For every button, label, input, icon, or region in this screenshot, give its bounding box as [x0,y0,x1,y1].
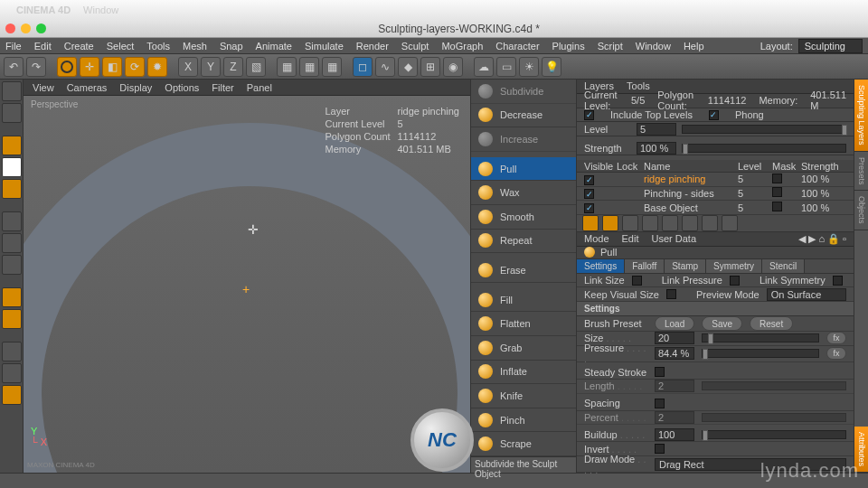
nurbs-button[interactable]: ◆ [398,57,418,77]
length-slider[interactable] [702,381,846,390]
redo-button[interactable]: ↷ [26,57,46,77]
percent-slider[interactable] [702,413,846,422]
rotate-button[interactable]: ⟳ [125,57,145,77]
vp-menu-filter[interactable]: Filter [212,82,233,93]
workplane2-button[interactable] [2,342,22,361]
link-symmetry-checkbox[interactable] [833,276,843,286]
size-slider[interactable] [702,333,819,343]
model-mode-button[interactable] [2,103,22,123]
minimize-icon[interactable] [21,23,31,33]
attr-menu-userdata[interactable]: User Data [652,233,697,244]
array-button[interactable]: ⊞ [420,57,440,77]
layer-mask-checkbox[interactable] [772,202,782,211]
menu-snap[interactable]: Snap [220,41,243,52]
polygons-mode-button[interactable] [2,255,22,275]
invert-checkbox[interactable] [655,444,665,454]
vp-menu-cameras[interactable]: Cameras [67,82,108,93]
coord-button[interactable]: ▧ [246,57,266,77]
vp-menu-options[interactable]: Options [165,82,199,93]
attr-menu-edit[interactable]: Edit [622,233,639,244]
layer-visible-checkbox[interactable] [584,189,594,199]
reset-button[interactable]: Reset [750,316,793,331]
spacing-checkbox[interactable] [655,399,665,408]
lock-icon[interactable]: 🔒 [827,233,840,245]
strength-field[interactable]: 100 % [637,142,676,155]
menu-sculpt[interactable]: Sculpt [401,41,429,52]
preview-mode-select[interactable]: On Surface [767,288,846,301]
live-select-button[interactable] [57,57,77,77]
layer-btn4[interactable] [642,215,658,231]
buildup-slider[interactable] [702,430,846,439]
smooth-brush[interactable]: Smooth [471,205,576,230]
mac-menu-window[interactable]: Window [83,5,118,15]
fill-brush[interactable]: Fill [471,288,576,313]
points-mode-button[interactable] [2,211,22,231]
recent-tool-button[interactable]: ✹ [147,57,167,77]
undo-button[interactable]: ↶ [4,57,24,77]
subdivide-button[interactable]: Subdivide [471,80,576,104]
mac-app-name[interactable]: CINEMA 4D [16,5,71,15]
delete-layer-button[interactable] [622,215,638,231]
pressure-slider[interactable] [702,349,819,358]
layer-btn8[interactable] [722,215,738,231]
erase-brush[interactable]: Erase [471,258,576,283]
length-field[interactable]: 2 [655,380,694,392]
menu-character[interactable]: Character [495,41,539,52]
layer-btn5[interactable] [662,215,678,231]
phong-checkbox[interactable] [709,110,719,120]
knife-brush[interactable]: Knife [471,384,576,408]
add-folder-button[interactable] [602,215,618,231]
increase-button[interactable]: Increase [471,127,576,152]
render-region-button[interactable]: ▦ [299,57,319,77]
menu-create[interactable]: Create [64,41,94,52]
link-pressure-checkbox[interactable] [730,276,740,286]
menu-tools[interactable]: Tools [146,41,170,52]
percent-field[interactable]: 2 [655,411,694,424]
light-button[interactable]: ☀ [519,57,539,77]
pressure-field[interactable]: 84.4 % [655,347,694,360]
layer-row[interactable]: ridge pinching5 100 % [577,173,854,187]
side-tab-presets[interactable]: Presets [854,152,868,192]
layer-btn7[interactable] [702,215,718,231]
pinch-brush[interactable]: Pinch [471,408,576,433]
menu-animate[interactable]: Animate [256,41,292,52]
scale-button[interactable]: ◧ [102,57,122,77]
strength-slider[interactable] [682,144,846,153]
tweak-button[interactable] [2,385,22,405]
save-button[interactable]: Save [702,316,742,331]
vp-menu-display[interactable]: Display [119,82,152,93]
keep-visual-checkbox[interactable] [666,289,676,299]
viewport-3d[interactable]: Perspective ✛ + Layerridge pinching Curr… [24,96,470,473]
menu-script[interactable]: Script [598,41,623,52]
add-layer-button[interactable] [582,215,599,231]
decrease-button[interactable]: Decrease [471,104,576,128]
layer-visible-checkbox[interactable] [584,175,594,185]
size-field[interactable]: 20 [655,332,694,344]
buildup-field[interactable]: 100 [655,428,694,441]
layers-menu-tools[interactable]: Tools [627,80,650,91]
layer-btn6[interactable] [682,215,698,231]
tab-symmetry[interactable]: Symmetry [706,259,762,273]
menu-simulate[interactable]: Simulate [305,41,344,52]
move-button[interactable]: ✛ [80,57,99,77]
nav-back-icon[interactable]: ◀ [798,233,806,245]
load-button[interactable]: Load [655,316,694,331]
nav-fwd-icon[interactable]: ▶ [808,233,816,245]
layer-mask-checkbox[interactable] [772,187,782,197]
menu-help[interactable]: Help [684,41,704,52]
spline-button[interactable]: ∿ [375,57,395,77]
pressure-fx-button[interactable]: fx [826,347,846,360]
menu-mesh[interactable]: Mesh [183,41,207,52]
axis-x-button[interactable]: X [178,57,198,77]
scrape-brush[interactable]: Scrape [471,432,576,456]
layout-select[interactable]: Sculpting [798,39,863,53]
maximize-icon[interactable] [36,23,46,33]
layer-visible-checkbox[interactable] [584,203,594,213]
render-settings-button[interactable]: ▦ [322,57,342,77]
locked-button[interactable] [2,363,22,383]
environment-button[interactable]: ☁ [474,57,494,77]
level-slider[interactable] [682,125,846,134]
cube-button[interactable]: ◻ [353,57,373,77]
side-tab-objects[interactable]: Objects [854,191,868,230]
nav-up-icon[interactable]: ⌂ [818,233,825,245]
